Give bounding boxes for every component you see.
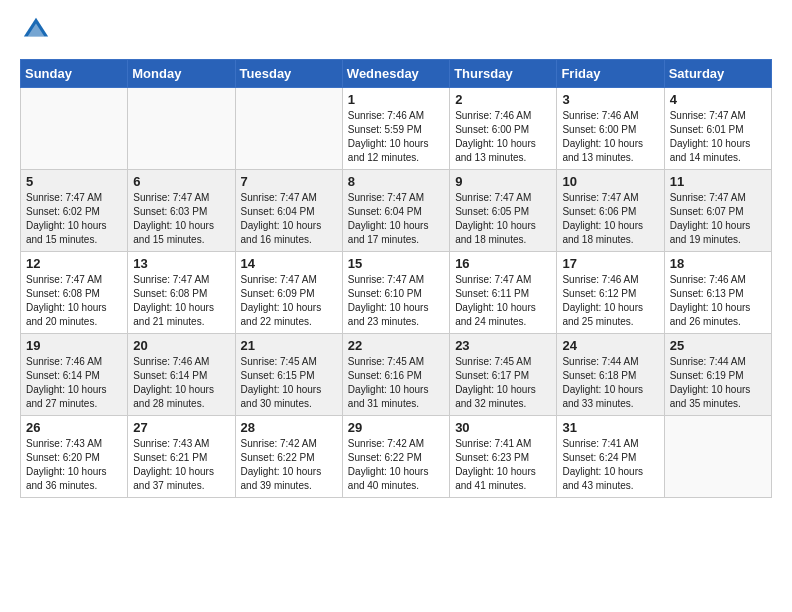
day-number: 7 [241,174,337,189]
calendar-cell: 22Sunrise: 7:45 AM Sunset: 6:16 PM Dayli… [342,334,449,416]
day-number: 10 [562,174,658,189]
page: SundayMondayTuesdayWednesdayThursdayFrid… [0,0,792,508]
day-number: 18 [670,256,766,271]
day-number: 19 [26,338,122,353]
day-number: 29 [348,420,444,435]
week-row-5: 26Sunrise: 7:43 AM Sunset: 6:20 PM Dayli… [21,416,772,498]
day-number: 11 [670,174,766,189]
day-number: 23 [455,338,551,353]
day-number: 6 [133,174,229,189]
day-info: Sunrise: 7:45 AM Sunset: 6:17 PM Dayligh… [455,355,551,411]
calendar-cell: 7Sunrise: 7:47 AM Sunset: 6:04 PM Daylig… [235,170,342,252]
calendar-cell: 5Sunrise: 7:47 AM Sunset: 6:02 PM Daylig… [21,170,128,252]
calendar-cell: 11Sunrise: 7:47 AM Sunset: 6:07 PM Dayli… [664,170,771,252]
calendar-cell [235,88,342,170]
day-number: 26 [26,420,122,435]
calendar-cell: 18Sunrise: 7:46 AM Sunset: 6:13 PM Dayli… [664,252,771,334]
calendar-cell: 6Sunrise: 7:47 AM Sunset: 6:03 PM Daylig… [128,170,235,252]
calendar-cell: 9Sunrise: 7:47 AM Sunset: 6:05 PM Daylig… [450,170,557,252]
weekday-friday: Friday [557,60,664,88]
day-info: Sunrise: 7:47 AM Sunset: 6:06 PM Dayligh… [562,191,658,247]
weekday-monday: Monday [128,60,235,88]
day-info: Sunrise: 7:43 AM Sunset: 6:20 PM Dayligh… [26,437,122,493]
day-number: 31 [562,420,658,435]
calendar-cell: 26Sunrise: 7:43 AM Sunset: 6:20 PM Dayli… [21,416,128,498]
day-info: Sunrise: 7:46 AM Sunset: 6:13 PM Dayligh… [670,273,766,329]
weekday-thursday: Thursday [450,60,557,88]
calendar-cell: 24Sunrise: 7:44 AM Sunset: 6:18 PM Dayli… [557,334,664,416]
day-number: 30 [455,420,551,435]
day-number: 15 [348,256,444,271]
calendar-cell [128,88,235,170]
weekday-saturday: Saturday [664,60,771,88]
logo [20,20,50,49]
calendar-cell: 8Sunrise: 7:47 AM Sunset: 6:04 PM Daylig… [342,170,449,252]
calendar-cell: 29Sunrise: 7:42 AM Sunset: 6:22 PM Dayli… [342,416,449,498]
day-info: Sunrise: 7:41 AM Sunset: 6:23 PM Dayligh… [455,437,551,493]
day-number: 13 [133,256,229,271]
calendar-cell: 15Sunrise: 7:47 AM Sunset: 6:10 PM Dayli… [342,252,449,334]
calendar-cell: 21Sunrise: 7:45 AM Sunset: 6:15 PM Dayli… [235,334,342,416]
day-info: Sunrise: 7:47 AM Sunset: 6:11 PM Dayligh… [455,273,551,329]
day-info: Sunrise: 7:47 AM Sunset: 6:02 PM Dayligh… [26,191,122,247]
weekday-header-row: SundayMondayTuesdayWednesdayThursdayFrid… [21,60,772,88]
day-info: Sunrise: 7:47 AM Sunset: 6:07 PM Dayligh… [670,191,766,247]
calendar-cell: 13Sunrise: 7:47 AM Sunset: 6:08 PM Dayli… [128,252,235,334]
day-number: 3 [562,92,658,107]
week-row-1: 1Sunrise: 7:46 AM Sunset: 5:59 PM Daylig… [21,88,772,170]
day-number: 21 [241,338,337,353]
day-number: 24 [562,338,658,353]
day-number: 22 [348,338,444,353]
day-number: 27 [133,420,229,435]
day-number: 8 [348,174,444,189]
calendar-cell: 12Sunrise: 7:47 AM Sunset: 6:08 PM Dayli… [21,252,128,334]
calendar-cell: 10Sunrise: 7:47 AM Sunset: 6:06 PM Dayli… [557,170,664,252]
day-number: 1 [348,92,444,107]
day-number: 16 [455,256,551,271]
calendar-cell: 14Sunrise: 7:47 AM Sunset: 6:09 PM Dayli… [235,252,342,334]
calendar-cell: 19Sunrise: 7:46 AM Sunset: 6:14 PM Dayli… [21,334,128,416]
week-row-2: 5Sunrise: 7:47 AM Sunset: 6:02 PM Daylig… [21,170,772,252]
day-info: Sunrise: 7:46 AM Sunset: 6:00 PM Dayligh… [562,109,658,165]
day-number: 28 [241,420,337,435]
day-info: Sunrise: 7:47 AM Sunset: 6:09 PM Dayligh… [241,273,337,329]
day-info: Sunrise: 7:47 AM Sunset: 6:10 PM Dayligh… [348,273,444,329]
day-info: Sunrise: 7:44 AM Sunset: 6:18 PM Dayligh… [562,355,658,411]
day-number: 4 [670,92,766,107]
weekday-sunday: Sunday [21,60,128,88]
day-info: Sunrise: 7:47 AM Sunset: 6:04 PM Dayligh… [241,191,337,247]
day-number: 5 [26,174,122,189]
calendar: SundayMondayTuesdayWednesdayThursdayFrid… [20,59,772,498]
calendar-cell: 16Sunrise: 7:47 AM Sunset: 6:11 PM Dayli… [450,252,557,334]
day-info: Sunrise: 7:46 AM Sunset: 5:59 PM Dayligh… [348,109,444,165]
weekday-wednesday: Wednesday [342,60,449,88]
day-info: Sunrise: 7:46 AM Sunset: 6:14 PM Dayligh… [26,355,122,411]
day-number: 14 [241,256,337,271]
day-info: Sunrise: 7:47 AM Sunset: 6:08 PM Dayligh… [26,273,122,329]
calendar-cell: 27Sunrise: 7:43 AM Sunset: 6:21 PM Dayli… [128,416,235,498]
calendar-cell: 20Sunrise: 7:46 AM Sunset: 6:14 PM Dayli… [128,334,235,416]
calendar-cell: 17Sunrise: 7:46 AM Sunset: 6:12 PM Dayli… [557,252,664,334]
calendar-cell: 3Sunrise: 7:46 AM Sunset: 6:00 PM Daylig… [557,88,664,170]
calendar-cell: 2Sunrise: 7:46 AM Sunset: 6:00 PM Daylig… [450,88,557,170]
day-number: 17 [562,256,658,271]
calendar-cell: 31Sunrise: 7:41 AM Sunset: 6:24 PM Dayli… [557,416,664,498]
day-info: Sunrise: 7:45 AM Sunset: 6:16 PM Dayligh… [348,355,444,411]
calendar-cell: 4Sunrise: 7:47 AM Sunset: 6:01 PM Daylig… [664,88,771,170]
header [20,20,772,49]
day-info: Sunrise: 7:47 AM Sunset: 6:03 PM Dayligh… [133,191,229,247]
day-info: Sunrise: 7:43 AM Sunset: 6:21 PM Dayligh… [133,437,229,493]
week-row-4: 19Sunrise: 7:46 AM Sunset: 6:14 PM Dayli… [21,334,772,416]
day-info: Sunrise: 7:47 AM Sunset: 6:04 PM Dayligh… [348,191,444,247]
day-info: Sunrise: 7:41 AM Sunset: 6:24 PM Dayligh… [562,437,658,493]
calendar-cell: 25Sunrise: 7:44 AM Sunset: 6:19 PM Dayli… [664,334,771,416]
logo-text [20,20,50,49]
day-info: Sunrise: 7:46 AM Sunset: 6:00 PM Dayligh… [455,109,551,165]
day-info: Sunrise: 7:47 AM Sunset: 6:01 PM Dayligh… [670,109,766,165]
day-info: Sunrise: 7:44 AM Sunset: 6:19 PM Dayligh… [670,355,766,411]
calendar-cell: 30Sunrise: 7:41 AM Sunset: 6:23 PM Dayli… [450,416,557,498]
calendar-cell: 28Sunrise: 7:42 AM Sunset: 6:22 PM Dayli… [235,416,342,498]
day-number: 2 [455,92,551,107]
calendar-cell: 1Sunrise: 7:46 AM Sunset: 5:59 PM Daylig… [342,88,449,170]
day-number: 9 [455,174,551,189]
